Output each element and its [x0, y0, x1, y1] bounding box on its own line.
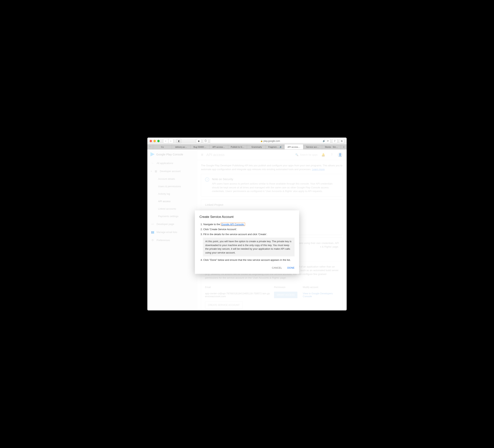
done-button[interactable]: DONE: [287, 266, 295, 269]
private-key-callout: At this point, you will have the option …: [203, 238, 295, 256]
create-sa-dialog: Create Service Account Navigate to the G…: [195, 210, 299, 274]
step-1: Navigate to the Google API Console.: [203, 222, 295, 226]
dialog-title: Create Service Account: [199, 215, 295, 219]
step-3: Fill in the details for the service acco…: [203, 232, 295, 236]
step-4: Click "Done" below and ensure that the n…: [203, 258, 295, 262]
cancel-button[interactable]: CANCEL: [272, 266, 282, 269]
step-2: Click 'Create Service Account'.: [203, 227, 295, 231]
google-api-console-link[interactable]: Google API Console.: [221, 223, 245, 226]
